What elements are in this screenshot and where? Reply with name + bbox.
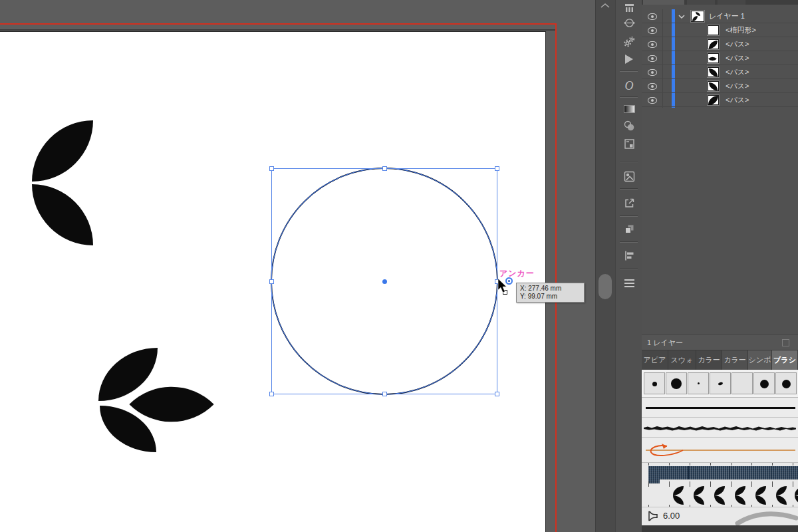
export-icon[interactable] xyxy=(621,195,637,211)
brush-size-value: 6.00 xyxy=(663,511,680,521)
calligraphic-brush-row xyxy=(642,370,798,398)
brush-item-banner-pattern[interactable] xyxy=(642,463,798,484)
menu-icon[interactable] xyxy=(621,275,637,291)
brush-stroke-preview xyxy=(735,509,798,526)
object-thumbnail xyxy=(708,95,719,105)
align-icon[interactable] xyxy=(621,247,637,263)
handle-w[interactable] xyxy=(269,279,274,284)
tab-swatches[interactable]: スウォ xyxy=(668,350,696,370)
transparency-icon[interactable] xyxy=(621,118,637,134)
brush-item[interactable] xyxy=(688,372,709,394)
layers-tab[interactable] xyxy=(643,0,684,5)
layer-row[interactable]: <パス> xyxy=(642,51,798,65)
object-name[interactable]: <パス> xyxy=(726,95,749,105)
dock-separator xyxy=(620,268,638,269)
visibility-eye-icon[interactable] xyxy=(648,27,657,34)
tooltip-y-value: Y: 99.07 mm xyxy=(520,293,581,301)
bleed-line-vertical xyxy=(555,23,557,532)
handle-se[interactable] xyxy=(495,392,499,396)
object-name[interactable]: <パス> xyxy=(726,67,749,77)
tab-symbols[interactable]: シンボ xyxy=(748,350,772,370)
arrange-icon[interactable] xyxy=(621,221,637,237)
tab-appearance[interactable]: アピア xyxy=(642,350,668,370)
brush-item[interactable] xyxy=(666,372,687,394)
canvas-area[interactable]: アンカー X: 277.46 mm Y: 99.07 mm xyxy=(0,0,595,532)
tab-color[interactable]: カラー xyxy=(696,350,722,370)
brush-item[interactable] xyxy=(644,372,665,394)
layer-row[interactable]: <パス> xyxy=(642,37,798,51)
brush-item-leaf-pattern[interactable] xyxy=(642,484,798,507)
measurement-tooltip: X: 277.46 mm Y: 99.07 mm xyxy=(516,283,585,303)
layer-row[interactable]: <パス> xyxy=(642,65,798,79)
layer-row[interactable]: <パス> xyxy=(642,93,798,107)
object-name[interactable]: <パス> xyxy=(726,81,749,91)
object-name[interactable]: <パス> xyxy=(726,39,749,49)
brush-item-charcoal[interactable] xyxy=(642,418,798,438)
hidden-tab[interactable] xyxy=(687,0,715,5)
smart-guide-anchor-label: アンカー xyxy=(499,268,535,279)
scroll-up-icon[interactable] xyxy=(599,2,611,10)
actions-play-icon[interactable] xyxy=(621,51,637,67)
handle-n[interactable] xyxy=(382,166,387,171)
handle-nw[interactable] xyxy=(269,166,274,171)
object-name[interactable]: <楕円形> xyxy=(726,25,756,35)
bleed-line-horizontal xyxy=(0,23,557,25)
assets-globe-icon[interactable] xyxy=(621,15,637,31)
handle-s[interactable] xyxy=(382,392,387,396)
tab-brushes[interactable]: ブラシ xyxy=(772,350,797,370)
visibility-eye-icon[interactable] xyxy=(648,69,657,76)
layer-count-label: 1 レイヤー xyxy=(647,338,683,346)
panel-tab-bar: アピア スウォ カラー カラー シンボ ブラシ xyxy=(642,350,798,370)
panel-column: レイヤー 1 <楕円形> <パス> <パス> <パス> xyxy=(642,0,798,532)
libraries-icon[interactable] xyxy=(621,0,637,16)
visibility-eye-icon[interactable] xyxy=(648,13,657,20)
dock-separator xyxy=(620,215,638,217)
tab-color-guide[interactable]: カラー xyxy=(722,350,748,370)
gears-icon[interactable] xyxy=(621,34,637,50)
dock-separator xyxy=(620,96,638,98)
layer-name[interactable]: レイヤー 1 xyxy=(709,11,745,21)
new-layer-icon[interactable] xyxy=(782,339,789,346)
visibility-eye-icon[interactable] xyxy=(648,55,657,62)
artboard-shadow xyxy=(0,29,557,31)
gradient-icon[interactable] xyxy=(621,101,637,117)
brush-item-line[interactable] xyxy=(642,398,798,418)
dock-separator xyxy=(620,188,638,190)
brush-item-tapered-arrow[interactable] xyxy=(642,438,798,463)
horn-icon xyxy=(647,510,659,522)
visibility-eye-icon[interactable] xyxy=(648,41,657,48)
dock-separator xyxy=(620,161,638,162)
layer-thumbnail xyxy=(691,11,704,22)
layer-row[interactable]: <楕円形> xyxy=(642,23,798,37)
layer-row[interactable]: レイヤー 1 xyxy=(642,9,798,23)
layer-row[interactable]: <パス> xyxy=(642,79,798,93)
object-thumbnail xyxy=(708,53,719,63)
tooltip-x-value: X: 277.46 mm xyxy=(520,285,581,293)
dock-separator xyxy=(620,70,638,72)
brush-item[interactable] xyxy=(732,372,753,394)
object-thumbnail xyxy=(708,81,719,91)
panel-icon-dock: O xyxy=(615,0,642,532)
brush-item[interactable] xyxy=(753,372,775,394)
object-thumbnail xyxy=(708,39,719,49)
brushes-footer-row[interactable]: 6.00 xyxy=(642,507,798,525)
o-panel-icon[interactable]: O xyxy=(621,78,637,94)
scrollbar-thumb[interactable] xyxy=(598,274,612,299)
expand-chevron-icon[interactable] xyxy=(678,14,685,19)
canvas-scrollbar[interactable] xyxy=(595,0,615,532)
layers-panel-tab-strip[interactable] xyxy=(642,0,798,5)
visibility-eye-icon[interactable] xyxy=(648,83,657,90)
handle-ne[interactable] xyxy=(495,166,499,171)
dock-separator xyxy=(620,241,638,243)
brushes-panel: 6.00 xyxy=(642,370,798,525)
brush-item[interactable] xyxy=(775,372,797,394)
handle-sw[interactable] xyxy=(269,392,274,396)
brush-item[interactable] xyxy=(710,372,731,394)
object-center-point[interactable] xyxy=(382,279,387,284)
panel-bottom-strip xyxy=(642,525,798,532)
object-name[interactable]: <パス> xyxy=(726,53,749,63)
hidden-tab[interactable] xyxy=(718,0,745,5)
frame-icon[interactable] xyxy=(621,136,637,152)
image-asset-icon[interactable] xyxy=(621,168,637,184)
visibility-eye-icon[interactable] xyxy=(648,97,657,104)
